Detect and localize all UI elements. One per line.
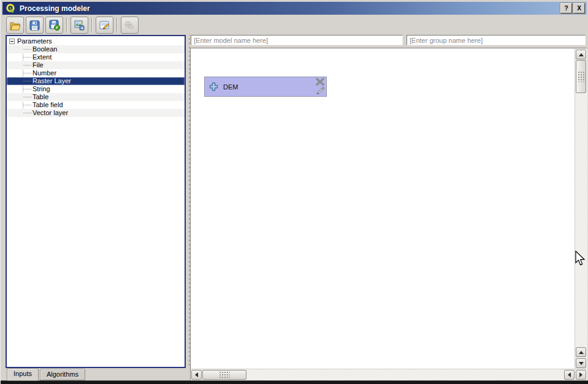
tree-branch-line [23, 89, 31, 89]
window-title: Processing modeler [20, 4, 559, 13]
close-button[interactable]: X [573, 3, 585, 13]
arrow-up-icon [579, 351, 584, 354]
window-bottom-edge [1, 380, 588, 384]
tree-branch-line [23, 73, 31, 73]
tab-inputs[interactable]: Inputs [7, 368, 39, 381]
tree-item-label: String [32, 85, 50, 93]
save-as-icon [49, 20, 60, 31]
tree-root-parameters[interactable]: Parameters [7, 37, 185, 45]
node-label: DEM [223, 83, 238, 91]
tree-item-label: Boolean [32, 45, 57, 53]
tree-item-raster-layer[interactable]: Raster Layer [7, 77, 185, 85]
canvas-horizontal-scrollbar[interactable] [191, 369, 587, 380]
scroll-down-button[interactable] [576, 358, 586, 368]
tree-item-label: Table [32, 93, 48, 101]
thumb-grip-icon [578, 71, 585, 82]
parameters-tree: Parameters Boolean Extent File Number [7, 36, 185, 117]
tree-branch-line [23, 97, 31, 97]
tree-branch-line [23, 49, 31, 50]
tree-item-label: File [32, 61, 44, 69]
model-canvas[interactable]: DEM [190, 48, 587, 381]
model-node-dem[interactable]: DEM [204, 77, 327, 97]
toolbar-separator [66, 18, 67, 32]
tree-item-table-field[interactable]: Table field [7, 101, 185, 109]
scroll-track[interactable] [246, 369, 563, 380]
tree-item-boolean[interactable]: Boolean [7, 45, 185, 53]
tree-item-label: Vector layer [32, 109, 68, 117]
tree-item-file[interactable]: File [7, 61, 185, 69]
toolbar-separator [91, 18, 93, 32]
run-model-button[interactable] [121, 17, 139, 34]
tree-item-table[interactable]: Table [7, 93, 185, 101]
tree-item-label: Number [32, 69, 56, 77]
arrow-down-icon [579, 362, 584, 365]
tree-item-string[interactable]: String [7, 85, 185, 93]
edit-node-icon[interactable] [316, 86, 324, 96]
tree-branch-line [23, 81, 31, 81]
tree-item-label: Raster Layer [32, 77, 71, 85]
tree-item-label: Extent [32, 53, 52, 61]
scroll-up-button-secondary[interactable] [576, 347, 586, 357]
tree-item-extent[interactable]: Extent [7, 53, 185, 61]
tree-branch-line [23, 105, 31, 105]
collapse-expander-icon[interactable] [9, 39, 15, 44]
tree-branch-line [23, 113, 31, 113]
scroll-left-button-secondary[interactable] [564, 370, 575, 380]
parameters-children: Boolean Extent File Number Raster Layer [7, 45, 185, 117]
folder-open-icon [9, 20, 21, 31]
tree-item-label: Table field [32, 101, 63, 109]
save-model-as-button[interactable] [45, 17, 63, 34]
processing-modeler-window: Processing modeler ? X [0, 0, 588, 384]
arrow-up-icon [579, 53, 584, 56]
save-icon [29, 20, 40, 31]
horizontal-scroll-thumb[interactable] [202, 370, 246, 380]
tree-branch-line [23, 57, 31, 58]
group-name-input[interactable] [407, 35, 586, 45]
title-bar[interactable]: Processing modeler ? X [2, 2, 587, 15]
model-name-input[interactable] [191, 35, 403, 45]
arrow-left-icon [568, 372, 571, 377]
tree-branch-line [23, 65, 31, 66]
scroll-left-button[interactable] [191, 370, 202, 380]
arrow-right-icon [579, 372, 582, 377]
thumb-grip-icon [219, 371, 230, 378]
help-button[interactable]: ? [560, 3, 572, 13]
export-as-image-button[interactable] [71, 17, 88, 34]
scroll-up-button[interactable] [576, 50, 586, 59]
qgis-logo-icon [6, 3, 16, 13]
toolbar-separator [116, 18, 118, 32]
edit-model-help-button[interactable] [96, 17, 113, 34]
open-model-button[interactable] [6, 17, 24, 34]
canvas-vertical-scrollbar[interactable] [575, 48, 587, 369]
save-model-button[interactable] [26, 17, 44, 34]
tree-item-vector-layer[interactable]: Vector layer [7, 109, 185, 117]
inputs-panel: Parameters Boolean Extent File Number [6, 35, 186, 368]
tab-algorithms[interactable]: Algorithms [40, 369, 85, 380]
scroll-right-button[interactable] [576, 370, 586, 380]
run-model-icon [124, 20, 136, 31]
plus-icon [209, 82, 218, 91]
export-image-icon [74, 20, 85, 31]
tree-item-number[interactable]: Number [7, 69, 185, 77]
vertical-scroll-thumb[interactable] [576, 60, 586, 93]
edit-help-icon [99, 20, 110, 31]
sidebar-tabs: Inputs Algorithms [7, 368, 85, 381]
arrow-left-icon [195, 372, 198, 377]
modeler-toolbar [6, 17, 140, 34]
